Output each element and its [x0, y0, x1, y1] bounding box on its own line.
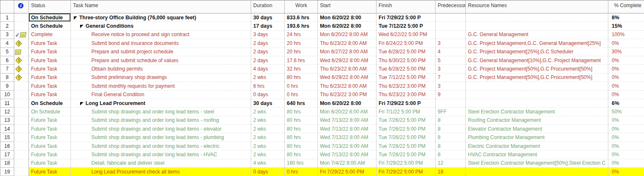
predecessors-cell[interactable]: 8	[436, 133, 466, 142]
percent-complete-cell[interactable]: 30%	[608, 47, 644, 56]
status-cell[interactable]: On Schedule	[29, 99, 71, 107]
task-name-cell[interactable]: Receive notice to proceed and sign contr…	[71, 30, 251, 39]
status-cell[interactable]: Future Task	[29, 47, 71, 56]
indicators-cell[interactable]	[14, 47, 29, 56]
work-cell[interactable]: 640 hrs	[285, 99, 318, 107]
duration-cell[interactable]: 2 days	[251, 39, 285, 47]
start-cell[interactable]: Wed 7/13/22 8:00 AM	[318, 125, 377, 133]
row-number-cell[interactable]: 10	[0, 90, 14, 99]
resource-names-cell[interactable]: G.C. Project Management[25%],G.C Schedul…	[466, 47, 608, 56]
resource-names-cell[interactable]	[466, 90, 608, 99]
finish-cell[interactable]: Tue 6/28/22 5:00 PM	[377, 65, 436, 73]
resource-names-cell[interactable]: Plumbing Contractor Management	[466, 133, 608, 142]
finish-cell[interactable]: Tue 7/12/22 5:00 PM	[377, 73, 436, 81]
finish-cell[interactable]: Tue 6/28/22 5:00 PM	[377, 47, 436, 56]
predecessors-cell[interactable]	[436, 13, 466, 22]
duration-cell[interactable]: 0 days	[251, 168, 285, 176]
status-cell[interactable]: Future Task	[29, 133, 71, 142]
predecessors-cell[interactable]: 3	[436, 82, 466, 90]
indicators-cell[interactable]	[14, 133, 29, 142]
predecessors-cell[interactable]: 5	[436, 56, 466, 64]
row-number-cell[interactable]: 13	[0, 116, 14, 124]
task-name-cell[interactable]: Submit shop drawings and order long lead…	[71, 125, 251, 133]
start-cell[interactable]: Thu 6/23/22 8:00 AM	[318, 82, 377, 90]
resource-names-cell[interactable]: G.C. General Management[10%],G.C. Projec…	[466, 56, 608, 64]
duration-cell[interactable]: 4 days	[251, 65, 285, 73]
percent-complete-cell[interactable]: 0%	[608, 159, 644, 167]
task-name-cell[interactable]: Submit shop drawings and order long lead…	[71, 142, 251, 150]
work-cell[interactable]: 80 hrs	[285, 116, 318, 124]
work-cell[interactable]: 80 hrs	[285, 150, 318, 159]
percent-complete-cell[interactable]: 0%	[608, 56, 644, 64]
duration-cell[interactable]: 2 wks	[251, 142, 285, 150]
column-header-res[interactable]: Resource Names	[466, 0, 608, 13]
column-header-pct[interactable]: % Complete	[608, 0, 644, 13]
work-cell[interactable]: 160 hrs	[285, 159, 318, 167]
indicators-cell[interactable]	[14, 90, 29, 99]
task-name-cell[interactable]: Submit shop drawings and order long lead…	[71, 116, 251, 124]
duration-cell[interactable]: 2 wks	[251, 108, 285, 116]
duration-cell[interactable]: 3 days	[251, 30, 285, 39]
task-name-cell[interactable]: Long Lead Procurement check all items	[71, 168, 251, 176]
indicators-cell[interactable]: ✓	[14, 30, 29, 39]
duration-cell[interactable]: 6 hrs	[251, 82, 285, 90]
column-header-info[interactable]: i	[14, 0, 29, 13]
resource-names-cell[interactable]	[466, 82, 608, 90]
duration-cell[interactable]: 2 wks	[251, 133, 285, 142]
finish-cell[interactable]: Tue 7/12/22 5:00 P	[377, 22, 436, 30]
predecessors-cell[interactable]	[436, 22, 466, 30]
column-header-row-number[interactable]	[0, 0, 14, 13]
row-number-cell[interactable]: 8	[0, 73, 14, 81]
task-name-cell[interactable]: Prepare and submit project schedule	[71, 47, 251, 56]
predecessors-cell[interactable]: 4	[436, 47, 466, 56]
column-header-pred[interactable]: Predecessors	[436, 0, 466, 13]
task-name-cell[interactable]: Submit shop drawings and order long lead…	[71, 133, 251, 142]
predecessors-cell[interactable]: 3	[436, 65, 466, 73]
work-cell[interactable]: 0 hrs	[285, 90, 318, 99]
row-number-cell[interactable]: 11	[0, 99, 14, 107]
predecessors-cell[interactable]: 3	[436, 39, 466, 47]
row-number-cell[interactable]: 16	[0, 142, 14, 150]
work-cell[interactable]: 0 hrs	[285, 82, 318, 90]
duration-cell[interactable]: 2 days	[251, 47, 285, 56]
predecessors-cell[interactable]	[436, 30, 466, 39]
start-cell[interactable]: Mon 6/20/22 8:00 AM	[318, 30, 377, 39]
resource-names-cell[interactable]: Steel Erection Contractor Management[50%…	[466, 159, 608, 167]
collapse-caret-icon[interactable]	[74, 16, 77, 20]
indicators-cell[interactable]	[14, 142, 29, 150]
indicators-cell[interactable]	[14, 22, 29, 30]
resource-names-cell[interactable]: Electric Contractor Management	[466, 142, 608, 150]
start-cell[interactable]: Thu 6/23/22 8:00 AM	[318, 39, 377, 47]
status-cell[interactable]: Future Task	[29, 142, 71, 150]
percent-complete-cell[interactable]: 6%	[608, 99, 644, 107]
row-number-cell[interactable]: 5	[0, 47, 14, 56]
row-number-cell[interactable]: 6	[0, 56, 14, 64]
predecessors-cell[interactable]: 18	[436, 168, 466, 176]
row-number-cell[interactable]: 4	[0, 39, 14, 47]
start-cell[interactable]: Thu 6/23/22 8:00 AM	[318, 65, 377, 73]
status-cell[interactable]: Future Task	[29, 65, 71, 73]
duration-cell[interactable]: 2 days	[251, 56, 285, 64]
work-cell[interactable]: 32 hrs	[285, 65, 318, 73]
row-number-cell[interactable]: 18	[0, 159, 14, 167]
row-number-cell[interactable]: 17	[0, 150, 14, 159]
start-cell[interactable]: Fri 7/29/22 5:00 PM	[318, 168, 377, 176]
resource-names-cell[interactable]: G.C. Project Management[50%],G.C Procure…	[466, 73, 608, 81]
indicators-cell[interactable]	[14, 125, 29, 133]
work-cell[interactable]: 80 hrs	[285, 142, 318, 150]
column-header-task[interactable]: Task Name	[71, 0, 251, 13]
finish-cell[interactable]: Fri 7/29/22 5:00 P	[377, 13, 436, 22]
task-name-cell[interactable]: Submit bond and insurance documents	[71, 39, 251, 47]
work-cell[interactable]: 20 hrs	[285, 47, 318, 56]
finish-cell[interactable]: Fri 7/29/22 5:00 P	[377, 99, 436, 107]
indicators-cell[interactable]	[14, 13, 29, 22]
status-cell[interactable]: Future Task	[29, 82, 71, 90]
status-cell[interactable]: Future Task	[29, 73, 71, 81]
percent-complete-cell[interactable]: 0%	[608, 133, 644, 142]
indicators-cell[interactable]	[14, 150, 29, 159]
resource-names-cell[interactable]	[466, 99, 608, 107]
work-cell[interactable]: 17.6 hrs	[285, 56, 318, 64]
indicators-cell[interactable]: !	[14, 39, 29, 47]
duration-cell[interactable]: 2 wks	[251, 73, 285, 81]
task-name-cell[interactable]: Submit shop drawings and order long lead…	[71, 108, 251, 116]
